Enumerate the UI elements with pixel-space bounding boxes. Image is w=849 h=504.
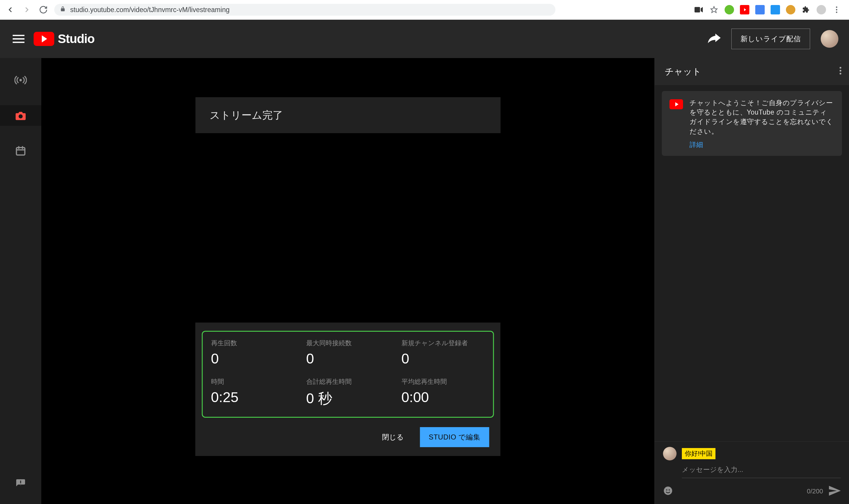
metric-label: 最大同時接続数 [306,339,390,347]
close-button[interactable]: 閉じる [378,430,408,445]
svg-point-10 [19,114,23,119]
svg-point-20 [669,489,670,490]
nav-webcam-icon[interactable] [0,105,41,126]
nav-manage-icon[interactable] [0,141,41,161]
edit-in-studio-button[interactable]: STUDIO で編集 [420,427,489,447]
metric-label: 再生回数 [211,339,294,347]
extension-youtube-icon[interactable] [740,5,749,14]
chat-panel: チャット チャットへようこそ！ご自身のプライバシーを守るとともに、YouTube… [655,58,849,504]
metrics-grid: 再生回数 0 最大同時接続数 0 新規チャンネル登録者 0 時間 0:25 合計… [202,331,494,418]
metric-new-subs: 新規チャンネル登録者 0 [401,339,485,367]
extension-translate-icon[interactable] [755,5,765,14]
svg-point-17 [839,73,841,74]
metric-label: 新規チャンネル登録者 [401,339,485,347]
chat-title: チャット [665,66,701,78]
metric-views: 再生回数 0 [211,339,294,367]
chat-author-avatar [663,447,677,461]
chat-message-list: チャットへようこそ！ご自身のプライバシーを守るとともに、YouTube のコミュ… [655,85,849,441]
metric-value: 0:25 [211,389,294,405]
metric-value: 0 [401,350,485,367]
stream-complete-label: ストリーム完了 [210,108,283,122]
lock-icon [59,5,66,14]
metric-value: 0:00 [401,389,485,405]
metric-label: 合計総再生時間 [306,377,390,386]
extensions-puzzle-icon[interactable] [801,5,811,14]
svg-point-4 [836,9,837,11]
browser-forward-button[interactable] [22,5,32,15]
youtube-studio-logo[interactable]: Studio [34,32,94,46]
youtube-play-icon [34,32,54,46]
svg-marker-1 [701,7,703,13]
chat-welcome-notice: チャットへようこそ！ご自身のプライバシーを守るとともに、YouTube のコミュ… [662,91,842,156]
stream-complete-banner: ストリーム完了 [195,97,501,133]
svg-point-15 [839,67,841,69]
metric-value: 0 [306,350,390,367]
metric-duration: 時間 0:25 [211,377,294,408]
chat-send-button[interactable] [829,486,841,497]
chat-message-input[interactable] [682,464,841,478]
svg-marker-2 [711,6,717,13]
stream-summary-card: 再生回数 0 最大同時接続数 0 新規チャンネル登録者 0 時間 0:25 合計… [195,323,501,456]
metric-total-watch: 合計総再生時間 0 秒 [306,377,390,408]
account-avatar[interactable] [821,30,838,48]
browser-extensions-row [694,5,844,14]
svg-rect-0 [695,7,700,13]
browser-menu-icon[interactable] [832,5,841,14]
browser-profile-avatar[interactable] [817,5,826,14]
chat-char-count: 0/200 [807,487,823,495]
svg-point-5 [836,12,837,13]
metric-value: 0 [211,350,294,367]
chat-input-area: 你好!中国 0/200 [655,441,849,504]
extension-blue-icon[interactable] [770,5,780,14]
chat-notice-details-link[interactable]: 詳細 [690,140,703,149]
svg-point-9 [19,79,22,81]
browser-chrome: studio.youtube.com/video/tJhnvmrc-vM/liv… [0,0,849,20]
nav-stream-icon[interactable] [0,70,41,90]
browser-back-button[interactable] [5,5,15,15]
svg-point-19 [666,489,668,490]
metric-avg-watch: 平均総再生時間 0:00 [401,377,485,408]
chat-more-options-icon[interactable] [839,66,842,77]
chat-notice-text: チャットへようこそ！ご自身のプライバシーを守るとともに、YouTube のコミュ… [690,98,834,136]
svg-rect-11 [17,148,25,155]
browser-reload-button[interactable] [38,5,48,15]
menu-toggle-button[interactable] [11,32,26,46]
metric-peak-concurrent: 最大同時接続数 0 [306,339,390,367]
browser-address-bar[interactable]: studio.youtube.com/video/tJhnvmrc-vM/liv… [54,4,555,16]
metric-label: 時間 [211,377,294,386]
app-header: Studio 新しいライブ配信 [0,20,849,58]
new-live-stream-button[interactable]: 新しいライブ配信 [731,29,810,49]
youtube-icon [670,99,683,109]
svg-point-16 [839,70,841,72]
metric-label: 平均総再生時間 [401,377,485,386]
extension-gold-icon[interactable] [786,5,795,14]
chat-header: チャット [655,58,849,85]
svg-point-3 [836,6,837,8]
metric-value: 0 秒 [306,389,390,408]
side-nav-rail [0,58,41,504]
bookmark-star-icon[interactable] [709,5,719,14]
videocam-icon[interactable] [694,5,704,14]
browser-url-text: studio.youtube.com/video/tJhnvmrc-vM/liv… [70,6,230,14]
emoji-picker-icon[interactable] [663,486,673,497]
extension-green-icon[interactable] [725,5,734,14]
nav-feedback-icon[interactable] [0,473,41,494]
share-button[interactable] [708,32,721,46]
chat-author-name-badge: 你好!中国 [682,448,715,459]
svg-point-18 [664,487,672,495]
studio-logo-text: Studio [58,32,94,46]
stream-content-area: ストリーム完了 再生回数 0 最大同時接続数 0 新規チャンネル登録者 0 時間 [41,58,655,504]
